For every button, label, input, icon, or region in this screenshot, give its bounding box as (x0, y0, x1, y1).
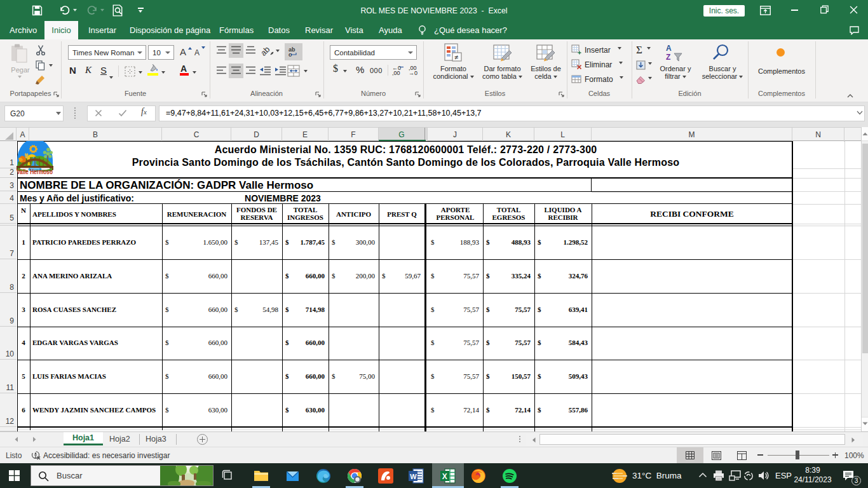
svg-text:W: W (410, 473, 417, 480)
svg-text:ab: ab (262, 44, 272, 57)
svg-text:A: A (666, 44, 672, 53)
svg-text:→0: →0 (409, 70, 417, 76)
svg-text:Z: Z (666, 53, 670, 62)
svg-text:≠: ≠ (454, 53, 458, 61)
svg-text:Valle Hermoso: Valle Hermoso (17, 168, 53, 175)
svg-text:X: X (442, 472, 447, 481)
svg-text:,00: ,00 (392, 70, 400, 76)
